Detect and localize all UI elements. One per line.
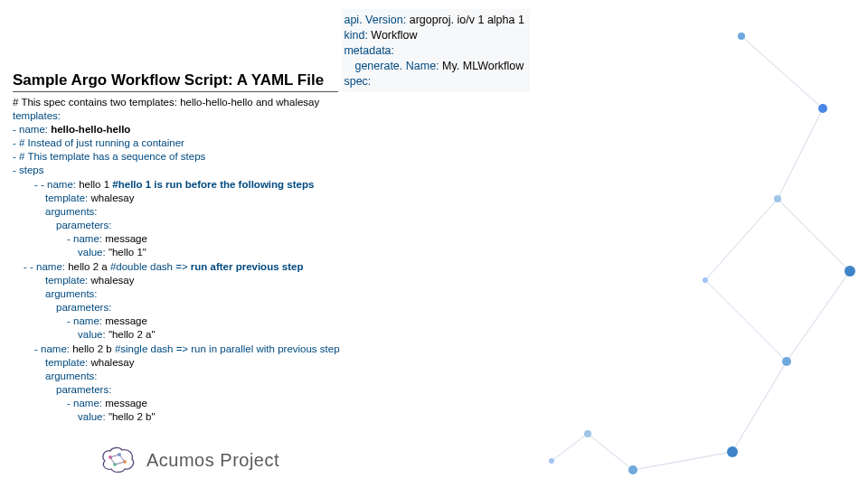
yaml-header-block: api. Version: argoproj. io/v 1 alpha 1 k… — [342, 9, 529, 92]
svg-point-19 — [549, 458, 554, 464]
svg-line-27 — [110, 457, 115, 465]
svg-line-26 — [115, 462, 125, 465]
footer-logo-text: Acumos Project — [146, 450, 279, 471]
svg-line-8 — [588, 434, 633, 470]
slide-title: Sample Argo Workflow Script: A YAML File — [13, 71, 338, 92]
svg-line-25 — [119, 455, 125, 462]
svg-point-18 — [584, 430, 591, 437]
yaml-spec-block: # This spec contains two templates: hell… — [13, 96, 855, 425]
svg-point-16 — [727, 446, 738, 457]
svg-line-24 — [110, 455, 119, 457]
svg-line-5 — [633, 452, 732, 470]
footer-logo: Acumos Project — [99, 446, 279, 474]
svg-point-17 — [628, 465, 637, 474]
svg-line-9 — [552, 434, 588, 461]
acumos-brain-icon — [99, 446, 137, 474]
